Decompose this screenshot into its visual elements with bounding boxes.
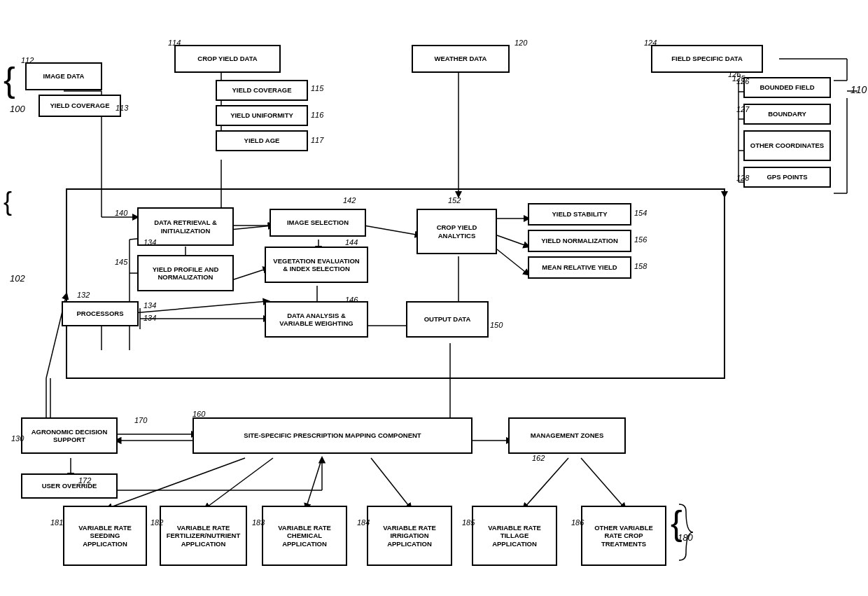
agronomic-decision-box: AGRONOMIC DECISION SUPPORT — [21, 417, 118, 454]
var-tillage-box: VARIABLE RATE TILLAGE APPLICATION — [472, 506, 557, 566]
ref-113: 113 — [115, 104, 128, 112]
vegetation-eval-box: VEGETATION EVALUATION & INDEX SELECTION — [265, 247, 368, 283]
ref-110: 110 — [850, 84, 867, 95]
var-chemical-box: VARIABLE RATE CHEMICAL APPLICATION — [262, 506, 347, 566]
ref-134c: 134 — [144, 238, 156, 247]
gps-points-box: GPS POINTS — [743, 167, 831, 188]
image-selection-box: IMAGE SELECTION — [270, 209, 366, 237]
ref-142: 142 — [343, 196, 356, 205]
ref-132: 132 — [77, 291, 90, 299]
ref-154: 154 — [634, 209, 647, 217]
ref-125-label: 125 — [732, 74, 745, 83]
site-specific-box: SITE-SPECIFIC PRESCRIPTION MAPPING COMPO… — [192, 417, 472, 454]
ref-130: 130 — [11, 434, 24, 443]
ref-181: 181 — [50, 518, 63, 527]
svg-line-60 — [524, 458, 568, 508]
crop-yield-data-box: CROP YIELD DATA — [174, 45, 281, 73]
management-zones-box: MANAGEMENT ZONES — [508, 417, 626, 454]
ref-160: 160 — [192, 410, 205, 418]
yield-profile-box: YIELD PROFILE AND NORMALIZATION — [137, 255, 234, 291]
data-analysis-box: DATA ANALYSIS & VARIABLE WEIGHTING — [265, 301, 368, 338]
boundary-box: BOUNDARY — [743, 104, 831, 125]
other-coordinates-box: OTHER COORDINATES — [743, 130, 831, 161]
ref-120: 120 — [514, 39, 527, 47]
yield-coverage-box: YIELD COVERAGE — [216, 80, 308, 101]
bounded-field-box: BOUNDED FIELD — [743, 77, 831, 98]
weather-data-box: WEATHER DATA — [412, 45, 510, 73]
ref-112: 112 — [21, 56, 34, 64]
image-data-box: IMAGE DATA — [25, 62, 102, 90]
ref-146: 146 — [345, 296, 358, 304]
ref-184: 184 — [357, 518, 370, 527]
var-seeding-box: VARIABLE RATE SEEDING APPLICATION — [63, 506, 147, 566]
yield-age-box: YIELD AGE — [216, 130, 308, 151]
ref-145: 145 — [115, 258, 127, 266]
user-override-box: USER OVERRIDE — [21, 473, 118, 499]
svg-line-27 — [364, 226, 420, 235]
ref-162: 162 — [532, 454, 545, 462]
svg-line-59 — [371, 458, 411, 508]
ref-185: 185 — [462, 518, 475, 527]
ref-140: 140 — [115, 209, 127, 217]
ref-156: 156 — [634, 235, 647, 244]
svg-line-58 — [306, 458, 322, 508]
svg-line-30 — [497, 249, 528, 275]
var-fertilizer-box: VARIABLE RATE FERTILIZER/NUTRIENT APPLIC… — [160, 506, 247, 566]
ref-182: 182 — [150, 518, 163, 527]
curly-100: { — [4, 62, 15, 97]
curly-102: { — [4, 189, 12, 214]
ref-114: 114 — [168, 39, 181, 47]
svg-line-56 — [107, 458, 245, 508]
var-irrigation-box: VARIABLE RATE IRRIGATION APPLICATION — [367, 506, 452, 566]
yield-stability-box: YIELD STABILITY — [528, 203, 631, 226]
ref-186: 186 — [571, 518, 584, 527]
svg-line-29 — [497, 235, 528, 247]
svg-line-61 — [581, 458, 625, 508]
ref-150: 150 — [490, 321, 503, 329]
yield-uniformity-box: YIELD UNIFORMITY — [216, 105, 308, 126]
ref-183: 183 — [252, 518, 265, 527]
ref-117: 117 — [311, 136, 323, 144]
ref-144: 144 — [345, 238, 358, 247]
curly-180: { — [671, 506, 682, 541]
ref-134b: 134 — [144, 314, 156, 322]
ref-127: 127 — [736, 105, 749, 113]
yield-normalization-box: YIELD NORMALIZATION — [528, 230, 631, 252]
ref-170: 170 — [134, 416, 147, 424]
ref-102: 102 — [10, 273, 25, 284]
crop-yield-analytics-box: CROP YIELD ANALYTICS — [416, 209, 497, 254]
ref-152: 152 — [448, 196, 461, 205]
ref-128: 128 — [736, 174, 749, 182]
ref-172: 172 — [78, 476, 91, 485]
yield-coverage-img-box: YIELD COVERAGE — [38, 95, 121, 117]
svg-line-57 — [205, 458, 273, 508]
svg-line-32 — [234, 268, 268, 279]
ref-124: 124 — [644, 39, 657, 47]
processors-box: PROCESSORS — [62, 301, 139, 326]
ref-100: 100 — [10, 104, 25, 114]
field-specific-data-box: FIELD SPECIFIC DATA — [651, 45, 763, 73]
mean-relative-yield-box: MEAN RELATIVE YIELD — [528, 256, 631, 279]
ref-158: 158 — [634, 262, 647, 270]
ref-115: 115 — [311, 84, 323, 92]
ref-116: 116 — [311, 111, 323, 119]
ref-134a: 134 — [144, 301, 156, 310]
diagram: IMAGE DATA 112 YIELD COVERAGE 113 CROP Y… — [0, 0, 868, 596]
other-var-rate-box: OTHER VARIABLE RATE CROP TREATMENTS — [581, 506, 666, 566]
output-data-box: OUTPUT DATA — [406, 301, 489, 338]
